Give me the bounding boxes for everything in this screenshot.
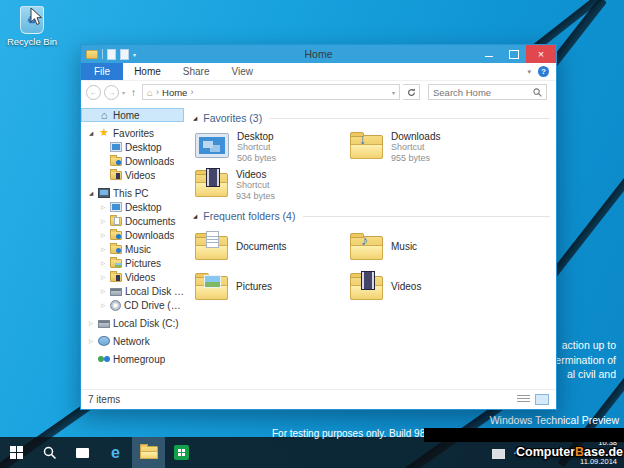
monitor-icon bbox=[110, 142, 122, 152]
file-item-size: 955 bytes bbox=[391, 153, 440, 164]
folder-pic-icon bbox=[110, 259, 122, 268]
expander-collapsed-icon[interactable]: ▷ bbox=[99, 260, 107, 266]
folder-video-icon bbox=[110, 273, 122, 282]
breadcrumb[interactable]: ⌂ › Home › ▾ bbox=[142, 84, 400, 100]
sidebar-item-this-pc[interactable]: ◢This PC bbox=[81, 186, 184, 200]
internet-explorer-taskbar-button[interactable]: e bbox=[99, 437, 132, 468]
expander-collapsed-icon[interactable]: ▷ bbox=[99, 232, 107, 238]
group-expander-icon[interactable]: ◢ bbox=[193, 115, 197, 121]
tab-file[interactable]: File bbox=[81, 63, 123, 80]
file-item-name: Music bbox=[391, 241, 417, 252]
large-icons-view-icon[interactable] bbox=[535, 394, 549, 405]
file-item-size: 934 bytes bbox=[236, 191, 275, 202]
expander-expanded-icon[interactable]: ◢ bbox=[87, 130, 95, 136]
file-item-videos[interactable]: VideosShortcut934 bytes bbox=[193, 169, 348, 201]
breadcrumb-separator: › bbox=[190, 87, 193, 97]
minimize-button[interactable] bbox=[476, 45, 501, 63]
file-item-name: Pictures bbox=[236, 281, 272, 292]
home-icon: ⌂ bbox=[98, 110, 110, 120]
sidebar-item-documents[interactable]: ▷Documents bbox=[81, 214, 184, 228]
file-item-name: Desktop bbox=[237, 131, 276, 142]
new-folder-icon[interactable] bbox=[120, 49, 129, 60]
maximize-button[interactable] bbox=[501, 45, 526, 63]
forward-button[interactable]: → bbox=[104, 85, 119, 100]
file-item-documents[interactable]: Documents bbox=[193, 229, 348, 263]
back-button[interactable]: ← bbox=[86, 85, 101, 100]
status-bar: 7 items bbox=[81, 389, 556, 409]
expander-collapsed-icon[interactable]: ▷ bbox=[99, 302, 107, 308]
expand-ribbon-chevron-icon[interactable]: ▾ bbox=[527, 68, 531, 76]
close-button[interactable]: × bbox=[526, 45, 556, 63]
file-item-desktop[interactable]: DesktopShortcut506 bytes bbox=[193, 131, 348, 163]
expander-collapsed-icon[interactable]: ▷ bbox=[99, 204, 107, 210]
taskbar-search-button[interactable] bbox=[33, 437, 66, 468]
breadcrumb-item-home[interactable]: Home bbox=[162, 87, 187, 98]
file-item-name: Documents bbox=[236, 241, 287, 252]
expander-expanded-icon[interactable]: ◢ bbox=[87, 190, 95, 196]
file-item-name: Downloads bbox=[391, 131, 440, 142]
sidebar-item-network[interactable]: ▷Network bbox=[81, 334, 184, 348]
expander-collapsed-icon[interactable]: ▷ bbox=[99, 246, 107, 252]
search-box[interactable] bbox=[428, 84, 547, 100]
search-input[interactable] bbox=[433, 87, 533, 98]
tab-share[interactable]: Share bbox=[172, 66, 221, 77]
sidebar-item-favorites[interactable]: ◢★Favorites bbox=[81, 126, 184, 140]
file-item-pictures[interactable]: Pictures bbox=[193, 269, 348, 303]
file-item-videos[interactable]: Videos bbox=[348, 269, 503, 303]
sidebar-item-videos[interactable]: ▷Videos bbox=[81, 270, 184, 284]
expander-collapsed-icon[interactable]: ▷ bbox=[99, 274, 107, 280]
file-item-text: DownloadsShortcut955 bytes bbox=[391, 131, 440, 163]
customize-qat-chevron-icon[interactable]: ▾ bbox=[133, 51, 136, 58]
sidebar-item-pictures[interactable]: ▷Pictures bbox=[81, 256, 184, 270]
breadcrumb-separator: › bbox=[156, 87, 159, 97]
computerbase-watermark: ComputerBase.de bbox=[516, 445, 623, 459]
sidebar-item-homegroup[interactable]: Homegroup bbox=[81, 352, 184, 366]
file-item-downloads[interactable]: ↓DownloadsShortcut955 bytes bbox=[348, 131, 503, 163]
sidebar-item-cd-drive-d-jm1[interactable]: ▷CD Drive (D:) JM1 bbox=[81, 298, 184, 312]
folder-down-icon bbox=[110, 231, 122, 240]
up-button[interactable]: ↑ bbox=[128, 87, 139, 98]
sidebar-item-home[interactable]: ⌂Home bbox=[81, 108, 184, 122]
sidebar-item-downloads[interactable]: ▷Downloads bbox=[81, 228, 184, 242]
tab-home[interactable]: Home bbox=[123, 66, 172, 77]
group-title: Frequent folders (4) bbox=[203, 210, 295, 222]
refresh-button[interactable] bbox=[403, 84, 420, 100]
title-bar[interactable]: ▾ Home × bbox=[81, 45, 556, 63]
sidebar-item-label: Homegroup bbox=[113, 354, 165, 365]
start-button[interactable] bbox=[0, 437, 33, 468]
details-view-icon[interactable] bbox=[517, 395, 530, 404]
sidebar-item-label: Desktop bbox=[125, 202, 162, 213]
task-view-button[interactable] bbox=[66, 437, 99, 468]
sidebar-item-label: Local Disk (C:) bbox=[125, 286, 184, 297]
sidebar-item-downloads[interactable]: Downloads bbox=[81, 154, 184, 168]
tray-window-icon[interactable] bbox=[492, 449, 505, 459]
sidebar-item-music[interactable]: ▷Music bbox=[81, 242, 184, 256]
expander-collapsed-icon[interactable]: ▷ bbox=[87, 320, 95, 326]
sidebar-item-videos[interactable]: Videos bbox=[81, 168, 184, 182]
group-header-rule bbox=[303, 216, 550, 217]
store-taskbar-button[interactable] bbox=[165, 437, 198, 468]
sidebar-item-local-disk-c[interactable]: ▷Local Disk (C:) bbox=[81, 316, 184, 330]
recycle-bin-desktop-icon[interactable]: ♻ Recycle Bin bbox=[6, 6, 58, 47]
folder-down-glyph: ↓ bbox=[359, 131, 366, 147]
sidebar-item-desktop[interactable]: Desktop bbox=[81, 140, 184, 154]
redaction-bar bbox=[424, 428, 624, 442]
sidebar-item-local-disk-c[interactable]: ▷Local Disk (C:) bbox=[81, 284, 184, 298]
address-dropdown-chevron-icon[interactable]: ▾ bbox=[392, 89, 395, 96]
explorer-window: ▾ Home × File Home Share View ▾ ? ← → ▾ … bbox=[80, 44, 557, 410]
file-item-type: Shortcut bbox=[391, 142, 440, 153]
sidebar-item-label: Local Disk (C:) bbox=[113, 318, 179, 329]
folder-pic-icon bbox=[195, 272, 228, 300]
help-icon[interactable]: ? bbox=[538, 66, 549, 77]
file-explorer-taskbar-button[interactable] bbox=[132, 437, 165, 468]
recent-locations-chevron-icon[interactable]: ▾ bbox=[122, 89, 125, 96]
tab-view[interactable]: View bbox=[221, 66, 265, 77]
group-expander-icon[interactable]: ◢ bbox=[193, 213, 197, 219]
expander-collapsed-icon[interactable]: ▷ bbox=[87, 338, 95, 344]
expander-collapsed-icon[interactable]: ▷ bbox=[99, 218, 107, 224]
sidebar-item-desktop[interactable]: ▷Desktop bbox=[81, 200, 184, 214]
expander-collapsed-icon[interactable]: ▷ bbox=[99, 288, 107, 294]
file-item-music[interactable]: ♪Music bbox=[348, 229, 503, 263]
search-icon bbox=[533, 88, 542, 97]
properties-icon[interactable] bbox=[107, 49, 116, 60]
